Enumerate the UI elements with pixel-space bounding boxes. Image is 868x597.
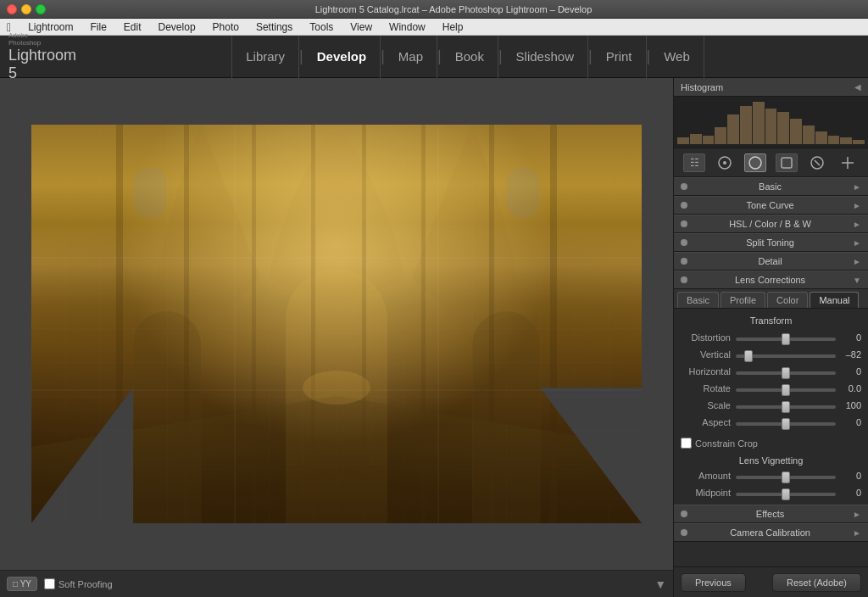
nav-tabs: Library | Develop | Map | Book | Slidesh… [68,36,868,78]
vertical-slider-wrapper[interactable] [736,349,836,360]
photo-wrapper [31,125,642,523]
hist-bar-5 [727,114,739,144]
minimize-button[interactable] [21,4,31,14]
lens-vignetting-title: Lens Vignetting [674,452,868,467]
tab-web[interactable]: Web [650,36,704,78]
reset-button[interactable]: Reset (Adobe) [772,573,861,592]
distortion-slider-wrapper[interactable] [736,332,836,343]
vignette-midpoint-slider[interactable] [736,493,836,496]
constrain-crop-checkbox[interactable] [681,438,692,449]
aspect-label: Aspect [681,417,736,427]
lc-tab-basic[interactable]: Basic [677,292,719,308]
hist-bar-6 [740,106,752,144]
scale-label: Scale [681,400,736,410]
effects-toggle: ► [853,510,861,519]
rotate-slider-wrapper[interactable] [736,383,836,393]
healing-tool[interactable] [744,153,766,172]
soft-proofing-check[interactable]: Soft Proofing [44,578,113,589]
tab-library[interactable]: Library [231,36,299,78]
rotate-slider[interactable] [736,388,836,392]
main-content: □ YY Soft Proofing ▼ Histogram ◀ [0,78,868,597]
constrain-crop-label: Constrain Crop [695,438,758,449]
tools-row: ☷ [674,148,868,177]
aspect-slider[interactable] [736,422,836,426]
section-tone-curve[interactable]: Tone Curve ► [674,196,868,215]
distortion-slider[interactable] [736,338,836,341]
menu-file[interactable]: File [87,21,110,33]
tab-print[interactable]: Print [593,36,647,78]
section-hsl[interactable]: HSL / Color / B & W ► [674,215,868,233]
app-header: Adobe Photoshop Lightroom 5 Library | De… [0,36,868,78]
lc-tab-color[interactable]: Color [767,292,808,308]
lens-mask-left [31,388,133,523]
vignette-amount-slider[interactable] [736,476,836,479]
lc-tab-manual[interactable]: Manual [810,292,859,308]
tab-slideshow[interactable]: Slideshow [503,36,588,78]
photo-area: □ YY Soft Proofing ▼ [0,78,673,597]
distortion-value: 0 [836,332,861,343]
horizontal-slider[interactable] [736,371,836,375]
lc-tab-profile[interactable]: Profile [721,292,765,308]
menu-bar:  Lightroom File Edit Develop Photo Sett… [0,19,868,36]
menu-settings[interactable]: Settings [253,21,296,33]
tone-curve-label: Tone Curve [693,200,848,210]
menu-photo[interactable]: Photo [209,21,242,33]
tone-curve-dot [681,202,687,209]
section-lens-corrections[interactable]: Lens Corrections ▼ [674,271,868,289]
vignette-midpoint-wrapper[interactable] [736,488,836,498]
distortion-row: Distortion 0 [674,329,868,346]
menu-view[interactable]: View [347,21,376,33]
section-split-toning[interactable]: Split Toning ► [674,233,868,252]
tab-map[interactable]: Map [385,36,437,78]
hist-bar-9 [777,112,789,144]
tab-book[interactable]: Book [442,36,498,78]
hist-bar-11 [803,126,815,144]
panel-list[interactable]: Basic ► Tone Curve ► HSL / Color / B & W… [674,177,868,566]
grid-tool[interactable]: ☷ [683,153,705,172]
vignette-midpoint-label: Midpoint [681,488,736,498]
toolbar-collapse-arrow[interactable]: ▼ [654,577,666,591]
gradient-tool[interactable] [806,153,828,172]
section-detail[interactable]: Detail ► [674,252,868,271]
section-effects[interactable]: Effects ► [674,505,868,523]
maximize-button[interactable] [36,4,46,14]
tab-develop[interactable]: Develop [303,36,381,78]
horizontal-slider-wrapper[interactable] [736,366,836,377]
detail-label: Detail [693,256,848,266]
adjustment-tool[interactable] [776,153,798,172]
window-title: Lightroom 5 Catalog.lrcat – Adobe Photos… [46,4,861,14]
soft-proofing-checkbox[interactable] [44,578,55,589]
hist-bar-1 [677,137,689,144]
aspect-slider-wrapper[interactable] [736,417,836,427]
hist-bar-10 [790,119,802,144]
histogram-header[interactable]: Histogram ◀ [674,78,868,97]
view-mode-button[interactable]: □ YY [7,577,37,591]
hist-bar-7 [753,102,765,144]
crop-tool[interactable] [714,153,736,172]
vertical-slider[interactable] [736,354,836,358]
close-button[interactable] [7,4,17,14]
scale-row: Scale 100 [674,397,868,414]
vignette-amount-wrapper[interactable] [736,471,836,481]
targeted-tool[interactable] [837,153,859,172]
section-camera-calibration[interactable]: Camera Calibration ► [674,523,868,542]
basic-toggle: ► [853,182,861,192]
menu-help[interactable]: Help [439,21,467,33]
split-toning-toggle: ► [853,238,861,248]
camera-cal-toggle: ► [853,528,861,538]
bottom-toolbar: □ YY Soft Proofing ▼ [0,570,673,597]
previous-button[interactable]: Previous [681,573,746,592]
scale-slider-wrapper[interactable] [736,400,836,410]
lr-logo: Adobe Photoshop Lightroom 5 [0,31,68,82]
menu-edit[interactable]: Edit [120,21,145,33]
menu-tools[interactable]: Tools [306,21,337,33]
menu-window[interactable]: Window [386,21,429,33]
section-basic[interactable]: Basic ► [674,177,868,196]
svg-rect-9 [133,167,167,218]
hist-bar-2 [690,134,702,144]
menu-develop[interactable]: Develop [155,21,199,33]
rotate-label: Rotate [681,383,736,393]
lens-toggle: ▼ [853,276,861,285]
vignette-amount-label: Amount [681,471,736,481]
scale-slider[interactable] [736,405,836,409]
